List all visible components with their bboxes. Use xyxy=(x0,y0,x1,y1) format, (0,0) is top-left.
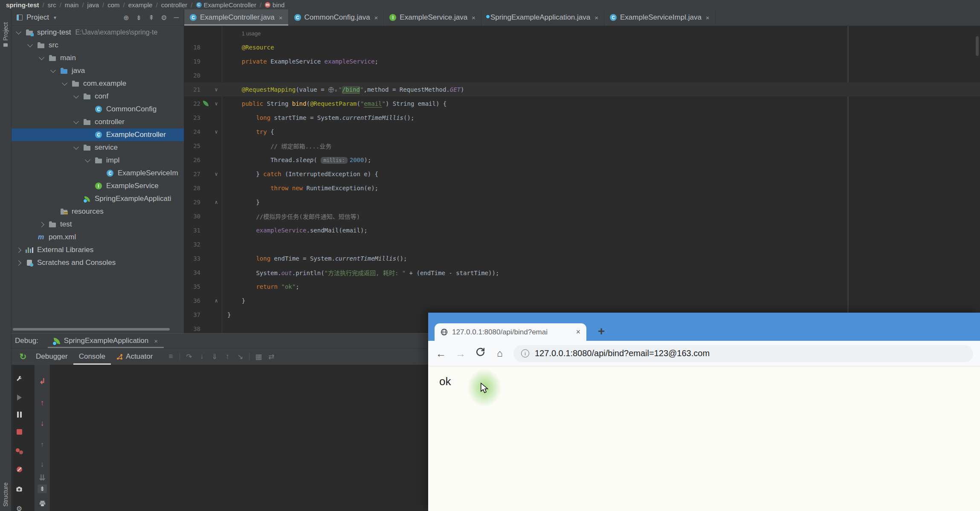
info-icon[interactable]: i xyxy=(521,349,529,357)
tree-item-pom.xml[interactable]: mpom.xml xyxy=(12,231,184,244)
stripe-structure-button[interactable]: Structure xyxy=(0,481,11,508)
step-over-icon[interactable]: ↷ xyxy=(183,352,195,361)
double-down-icon[interactable]: ⇊ xyxy=(36,473,48,483)
stop-icon[interactable] xyxy=(13,427,25,437)
tree-item-spring-test[interactable]: spring-testE:\Java\examples\spring-te xyxy=(12,26,184,39)
view-breakpoints-icon[interactable] xyxy=(13,446,25,456)
url-bar[interactable]: i 127.0.0.1:8080/api/bind?email=123@163.… xyxy=(513,345,973,362)
pause-icon[interactable] xyxy=(13,409,25,420)
breadcrumb-item[interactable]: example xyxy=(128,1,153,9)
stripe-project-button[interactable]: Project xyxy=(0,20,11,49)
step-out-icon[interactable]: ↑ xyxy=(221,352,234,361)
hide-icon[interactable]: ─ xyxy=(174,14,179,22)
editor-tab[interactable]: IExampleService.java× xyxy=(384,9,481,26)
fold-marker-icon[interactable]: ∨ xyxy=(211,101,222,107)
breadcrumb-item[interactable]: CExampleController xyxy=(196,1,256,9)
editor-tab[interactable]: CExampleController.java× xyxy=(184,9,289,26)
chevron-down-icon[interactable]: ▼ xyxy=(53,15,57,20)
run-to-cursor-icon[interactable]: ↘ xyxy=(234,352,246,361)
fold-marker-icon[interactable]: ∧ xyxy=(211,298,222,304)
tree-expand-icon[interactable] xyxy=(16,247,21,253)
tree-item-resources[interactable]: resources xyxy=(12,205,184,218)
tree-expand-icon[interactable] xyxy=(73,93,79,99)
close-icon[interactable]: × xyxy=(706,14,710,21)
breadcrumb-item[interactable]: mbind xyxy=(265,1,284,9)
close-icon[interactable]: × xyxy=(374,14,378,21)
breadcrumb-item[interactable]: com xyxy=(107,1,119,9)
force-step-into-icon[interactable]: ⇓ xyxy=(208,352,221,361)
tree-expand-icon[interactable] xyxy=(27,42,33,47)
scroll-to-end-icon[interactable]: ⇟ xyxy=(36,484,48,494)
tree-item-service[interactable]: service xyxy=(12,141,184,154)
show-execution-point-icon[interactable]: ↲ xyxy=(36,376,48,386)
collapse-all-icon[interactable]: ⇟ xyxy=(136,14,142,22)
browser-titlebar[interactable]: 127.0.0.1:8080/api/bind?emai × + xyxy=(428,313,980,341)
close-icon[interactable]: × xyxy=(472,14,476,21)
tree-item-impl[interactable]: impl xyxy=(12,154,184,167)
browser-viewport[interactable]: ok xyxy=(428,366,980,511)
close-icon[interactable]: × xyxy=(154,337,158,345)
tree-item-test[interactable]: test xyxy=(12,218,184,231)
editor-tab[interactable]: SpringExampleApplication.java× xyxy=(481,9,604,26)
rerun-debug-icon[interactable]: ↻ xyxy=(16,351,30,362)
settings-wrench-icon[interactable] xyxy=(13,374,25,384)
browser-tab-close-icon[interactable]: × xyxy=(576,328,580,337)
tree-expand-icon[interactable] xyxy=(16,260,21,266)
breadcrumb-item[interactable]: java xyxy=(87,1,99,9)
frame-down-icon[interactable]: ↓ xyxy=(36,418,48,428)
stack-down-icon[interactable]: ↓ xyxy=(36,459,48,469)
debug-tab-console[interactable]: Console xyxy=(73,348,111,365)
fold-marker-icon[interactable]: ∨ xyxy=(211,129,222,135)
spring-mapping-icon[interactable] xyxy=(203,101,209,106)
settings-icon[interactable]: ⚙ xyxy=(161,14,167,22)
fold-marker-icon[interactable]: ∧ xyxy=(211,199,222,205)
layout-icon[interactable]: ≡ xyxy=(164,352,177,361)
tree-item-controller[interactable]: controller xyxy=(12,116,184,128)
thread-dump-camera-icon[interactable] xyxy=(13,484,25,494)
back-button[interactable]: ← xyxy=(435,348,447,360)
chevron-down-icon[interactable]: ∨ xyxy=(335,88,337,93)
debug-tab-debugger[interactable]: Debugger xyxy=(30,348,73,365)
editor-tab[interactable]: CCommonConfig.java× xyxy=(289,9,384,26)
more-icon[interactable]: ⇄ xyxy=(265,352,278,361)
gear-icon[interactable]: ⚙ xyxy=(13,503,25,511)
close-icon[interactable]: × xyxy=(279,14,283,21)
url-inlay-globe-icon[interactable] xyxy=(328,87,334,93)
frame-up-icon[interactable]: ↑ xyxy=(36,398,48,408)
resume-icon[interactable] xyxy=(13,392,25,403)
home-button[interactable]: ⌂ xyxy=(494,348,506,359)
tree-expand-icon[interactable] xyxy=(50,67,56,73)
debug-session-tab[interactable]: SpringExampleApplication × xyxy=(48,334,164,348)
tree-item-com.example[interactable]: com.example xyxy=(12,77,184,90)
print-icon[interactable] xyxy=(36,498,48,508)
breadcrumb-item[interactable]: src xyxy=(48,1,56,9)
browser-tab[interactable]: 127.0.0.1:8080/api/bind?emai × xyxy=(435,323,586,341)
tree-item-scratches and consoles[interactable]: Scratches and Consoles xyxy=(12,256,184,269)
reload-button[interactable] xyxy=(474,347,486,360)
tree-expand-icon[interactable] xyxy=(39,55,44,60)
breadcrumb-item[interactable]: spring-test xyxy=(6,1,39,9)
tree-item-springexampleapplicati[interactable]: SpringExampleApplicati xyxy=(12,192,184,205)
tree-item-external libraries[interactable]: External Libraries xyxy=(12,244,184,256)
tree-expand-icon[interactable] xyxy=(16,29,21,35)
tree-expand-icon[interactable] xyxy=(39,222,44,227)
expand-all-icon[interactable]: ⇞ xyxy=(148,14,154,22)
tree-item-commonconfig[interactable]: CCommonConfig xyxy=(12,103,184,116)
fold-marker-icon[interactable]: ∨ xyxy=(211,171,222,177)
tree-item-main[interactable]: main xyxy=(12,52,184,64)
stack-up-icon[interactable]: ↑ xyxy=(36,439,48,450)
forward-button[interactable]: → xyxy=(455,348,467,360)
project-horizontal-scrollbar[interactable] xyxy=(13,328,170,331)
tree-item-exampleservice[interactable]: IExampleService xyxy=(12,180,184,192)
evaluate-icon[interactable]: ▦ xyxy=(252,352,265,361)
step-into-icon[interactable]: ↓ xyxy=(195,352,208,361)
close-icon[interactable]: × xyxy=(594,14,598,21)
tree-item-examplecontroller[interactable]: CExampleController xyxy=(12,128,184,141)
code-editor[interactable]: 1 usage18 @Resource19 private ExampleSer… xyxy=(184,26,980,333)
locate-icon[interactable]: ⊕ xyxy=(123,14,129,22)
editor-tab[interactable]: CExampleServiceImpl.java× xyxy=(604,9,716,26)
breadcrumb-item[interactable]: controller xyxy=(161,1,188,9)
tree-expand-icon[interactable] xyxy=(73,119,79,124)
breadcrumb-item[interactable]: main xyxy=(65,1,79,9)
mute-breakpoints-icon[interactable] xyxy=(13,464,25,474)
